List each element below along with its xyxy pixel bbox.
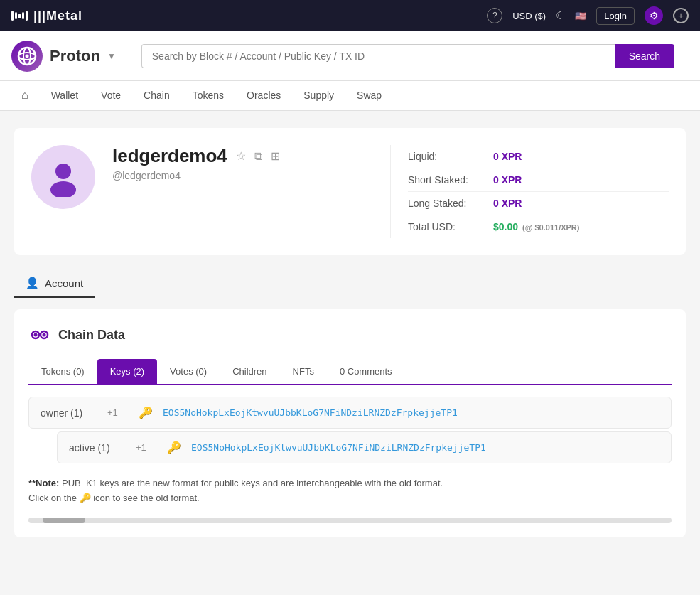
stats-section: Liquid: 0 XPR Short Staked: 0 XPR Long S… — [390, 145, 669, 238]
scrollbar[interactable] — [28, 518, 672, 523]
scrollbar-thumb[interactable] — [43, 518, 85, 523]
nav-wallet[interactable]: Wallet — [41, 82, 88, 109]
nav-swap[interactable]: Swap — [347, 82, 392, 109]
search-button[interactable]: Search — [615, 44, 674, 68]
profile-info: ledgerdemo4 ☆ ⧉ ⊞ @ledgerdemo4 — [112, 145, 373, 181]
settings-icon[interactable]: ⚙ — [645, 6, 663, 25]
add-icon[interactable]: + — [673, 8, 689, 23]
active-key-row: active (1) +1 🔑 EOS5NoHokpLxEojKtwvuUJbb… — [57, 431, 672, 463]
profile-icons: ☆ ⧉ ⊞ — [235, 148, 281, 164]
nav-supply[interactable]: Supply — [294, 82, 344, 109]
account-tab-section: 👤 Account — [14, 269, 686, 298]
profile-section: ledgerdemo4 ☆ ⧉ ⊞ @ledgerdemo4 Liquid: 0… — [14, 128, 686, 255]
active-key-icon[interactable]: 🔑 — [167, 441, 181, 454]
stat-short-staked: Short Staked: 0 XPR — [408, 168, 669, 192]
nav-vote[interactable]: Vote — [91, 82, 131, 109]
nav-oracles[interactable]: Oracles — [237, 82, 291, 109]
topbar-right: ? USD ($) ☾ 🇺🇸 Login ⚙ + — [487, 6, 689, 25]
brand-dropdown[interactable]: ▼ — [107, 51, 116, 61]
copy-button[interactable]: ⧉ — [253, 149, 264, 164]
topbar-brand: |||Metal — [33, 9, 82, 23]
star-button[interactable]: ☆ — [235, 148, 247, 164]
stat-value-short: 0 XPR — [493, 174, 522, 186]
navbar: ⌂ Wallet Vote Chain Tokens Oracles Suppl… — [0, 81, 700, 111]
language-selector[interactable]: 🇺🇸 — [575, 11, 586, 21]
stat-usd-note: (@ $0.011/XPR) — [522, 223, 579, 232]
active-key-label: active (1) — [69, 442, 126, 454]
nav-tokens[interactable]: Tokens — [183, 82, 234, 109]
svg-point-3 — [26, 54, 29, 58]
stat-value-long: 0 XPR — [493, 198, 522, 209]
account-tab[interactable]: 👤 Account — [14, 269, 95, 298]
note-section: **Note: PUB_K1 keys are the new format f… — [28, 476, 672, 506]
stat-liquid: Liquid: 0 XPR — [408, 145, 669, 168]
profile-name-row: ledgerdemo4 ☆ ⧉ ⊞ — [112, 145, 373, 167]
stat-label-long: Long Staked: — [408, 198, 493, 209]
main-content: ledgerdemo4 ☆ ⧉ ⊞ @ledgerdemo4 Liquid: 0… — [0, 111, 700, 554]
svg-point-9 — [34, 333, 38, 337]
note-bold: **Note: — [28, 478, 59, 488]
avatar — [31, 145, 95, 209]
topbar-left: |||Metal — [11, 9, 82, 23]
login-button[interactable]: Login — [596, 7, 635, 25]
brand-name: Proton — [50, 47, 100, 65]
nav-chain[interactable]: Chain — [134, 82, 180, 109]
currency-selector[interactable]: USD ($) — [512, 11, 546, 21]
username: ledgerdemo4 — [112, 145, 227, 167]
tab-children[interactable]: Children — [220, 359, 279, 385]
nav-home[interactable]: ⌂ — [11, 82, 38, 110]
stat-value-usd: $0.00(@ $0.011/XPR) — [493, 221, 579, 232]
stat-total-usd: Total USD: $0.00(@ $0.011/XPR) — [408, 215, 669, 238]
owner-key-icon[interactable]: 🔑 — [139, 406, 153, 419]
card-title: Chain Data — [28, 323, 672, 346]
theme-toggle-icon[interactable]: ☾ — [556, 9, 565, 22]
avatar-circle — [31, 145, 95, 209]
active-key-value[interactable]: EOS5NoHokpLxEojKtwvuUJbbKLoG7NFiNDziLRNZ… — [191, 442, 486, 453]
profile-handle: @ledgerdemo4 — [112, 170, 373, 181]
topbar: |||Metal ? USD ($) ☾ 🇺🇸 Login ⚙ + — [0, 0, 700, 31]
search-area: Search — [141, 44, 674, 68]
stat-value-liquid: 0 XPR — [493, 151, 522, 162]
stat-long-staked: Long Staked: 0 XPR — [408, 192, 669, 215]
account-tab-label: Account — [45, 277, 83, 289]
tab-keys[interactable]: Keys (2) — [97, 359, 157, 385]
search-input[interactable] — [141, 44, 615, 68]
stat-label-short: Short Staked: — [408, 174, 493, 186]
chain-data-card: Chain Data Tokens (0) Keys (2) Votes (0)… — [14, 309, 686, 537]
owner-threshold: +1 — [107, 407, 129, 418]
tab-votes[interactable]: Votes (0) — [157, 359, 220, 385]
tab-tokens[interactable]: Tokens (0) — [28, 359, 97, 385]
svg-point-5 — [50, 181, 76, 197]
brand-area: Proton ▼ — [11, 41, 116, 72]
stat-label-liquid: Liquid: — [408, 151, 493, 162]
owner-key-value[interactable]: EOS5NoHokpLxEojKtwvuUJbbKLoG7NFiNDziLRNZ… — [163, 407, 458, 418]
metal-logo-icon — [11, 11, 28, 21]
svg-point-10 — [43, 333, 46, 337]
subheader: Proton ▼ Search — [0, 31, 700, 81]
inner-tabs: Tokens (0) Keys (2) Votes (0) Children N… — [28, 359, 672, 385]
proton-logo — [11, 41, 43, 72]
owner-key-label: owner (1) — [41, 407, 97, 419]
stat-label-usd: Total USD: — [408, 221, 493, 232]
keys-section: owner (1) +1 🔑 EOS5NoHokpLxEojKtwvuUJbbK… — [28, 397, 672, 463]
owner-key-row: owner (1) +1 🔑 EOS5NoHokpLxEojKtwvuUJbbK… — [28, 397, 672, 429]
active-threshold: +1 — [136, 442, 157, 453]
note-line2: Click on the 🔑 icon to see the old forma… — [28, 493, 200, 503]
grid-button[interactable]: ⊞ — [269, 148, 281, 164]
note-line1: PUB_K1 keys are the new format for publi… — [59, 478, 443, 488]
svg-point-4 — [55, 164, 71, 179]
account-tab-icon: 👤 — [26, 277, 39, 289]
chain-data-title: Chain Data — [58, 328, 125, 343]
tab-comments[interactable]: 0 Comments — [327, 359, 405, 385]
tab-nfts[interactable]: NFTs — [280, 359, 327, 385]
help-icon[interactable]: ? — [487, 8, 502, 23]
